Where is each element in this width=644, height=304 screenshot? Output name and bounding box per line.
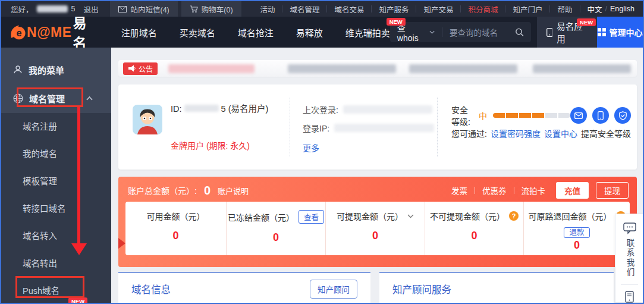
last-login-redacted — [343, 105, 432, 114]
top-link-points-mall[interactable]: 积分商城 — [461, 4, 505, 15]
nav-trade-domain[interactable]: 买卖域名 — [180, 26, 215, 39]
sidebar-item-transfer-out[interactable]: 域名转出 — [1, 250, 111, 277]
contact-us-label: 联系我们 — [624, 239, 636, 278]
sidebar-item-domain-register[interactable]: 域名注册 — [1, 113, 111, 140]
last-login-row: 上次登录: — [303, 104, 432, 115]
sidebar-item-push-domain[interactable]: Push域名 — [1, 277, 111, 304]
security-icons — [570, 107, 631, 124]
top-link-help[interactable]: 帮助 — [550, 4, 579, 15]
ip-advisor-service-card: 知产顾问服务 — [379, 272, 614, 304]
sidebar-domain-mgmt-label: 域名管理 — [29, 92, 65, 105]
nav-vickrey-auction[interactable]: 维克瑞拍卖 NEW — [345, 26, 390, 39]
ename-logo-icon: e — [8, 21, 27, 43]
chevron-down-icon[interactable] — [407, 214, 414, 218]
annotation-arrow-head — [71, 243, 87, 255]
coupon-link[interactable]: 优惠券 — [482, 184, 507, 196]
divider — [621, 284, 637, 285]
invoice-link[interactable]: 发票 — [451, 184, 467, 196]
search-icon[interactable] — [515, 27, 524, 37]
settings-center-link[interactable]: 设置中心 — [544, 127, 577, 139]
nav-release[interactable]: 易释放 — [296, 26, 323, 39]
sidebar-domain-mgmt[interactable]: 域名管理 — [1, 88, 111, 108]
login-ip-row: 登录IP: — [303, 122, 434, 134]
sidebar-item-my-domains[interactable]: 我的域名 — [1, 140, 111, 168]
lang-separator: / — [605, 5, 607, 13]
security-level-row: 安全等级: 中 — [451, 104, 631, 127]
avatar[interactable] — [133, 105, 162, 134]
svg-text:e: e — [16, 27, 21, 38]
lang-en[interactable]: English — [610, 5, 634, 13]
security-level-value: 中 — [479, 109, 487, 121]
ename-app-button[interactable]: 易名应用 NEW — [537, 17, 598, 48]
non-withdrawable-balance-col: 不可提现金额（元） ? 0 — [425, 202, 523, 255]
site-messages[interactable]: 站内短信(4) — [110, 1, 177, 17]
recharge-button[interactable]: 充值 — [556, 182, 589, 199]
help-icon[interactable]: ? — [509, 211, 519, 221]
login-ip-label: 登录IP: — [303, 122, 329, 134]
withdraw-button[interactable]: 提现 — [596, 182, 629, 199]
shield-verified-icon[interactable] — [614, 107, 631, 124]
user-id-label: ID: — [171, 104, 182, 114]
floating-sidebar: 联系我们 移动 — [615, 214, 644, 303]
whois-search-group: 查whois 要查询的域名 — [390, 22, 531, 42]
sidebar-item-transfer-port[interactable]: 转接口域名 — [1, 195, 111, 222]
mobile-app-item[interactable]: 移动 — [624, 291, 636, 304]
security-tip-suffix: 提高安全等级 — [581, 127, 631, 139]
more-row: 更多 — [303, 142, 319, 153]
top-link-ip-portal[interactable]: 知产门户 — [505, 4, 549, 15]
cart-label: 购物车(0) — [202, 4, 233, 15]
sidebar-my-menu[interactable]: 我的菜单 — [1, 59, 111, 80]
available-balance-label: 可用金额（元） — [147, 210, 205, 222]
envelope-icon — [118, 6, 127, 12]
ip-advisor-button[interactable]: 知产顾问 — [310, 280, 357, 299]
available-balance-value: 0 — [125, 230, 226, 242]
top-link-ip-service[interactable]: 知产服务 — [372, 4, 416, 15]
sidebar-my-menu-label: 我的菜单 — [29, 64, 64, 76]
security-label: 安全等级: — [451, 104, 474, 127]
top-link-domain-trade[interactable]: 域名交易 — [327, 4, 371, 15]
member-level: 金牌用户 (期限: 永久) — [171, 139, 250, 151]
cart[interactable]: 购物车(0) — [181, 1, 241, 17]
nav-backorder[interactable]: 域名抢注 — [238, 26, 274, 39]
domain-info-card: 域名信息 知产顾问 — [118, 272, 370, 304]
view-frozen-button[interactable]: 查看 — [299, 210, 324, 224]
top-link-ip-trade[interactable]: 知产交易 — [416, 4, 460, 15]
new-badge: NEW — [577, 18, 596, 26]
account-note-link[interactable]: 账户说明 — [218, 185, 249, 196]
user-id-redacted — [184, 105, 219, 112]
set-password-link[interactable]: 设置密码强度 — [491, 127, 541, 139]
failed-auction-card-link[interactable]: 流拍卡 — [522, 184, 546, 196]
lang-zh[interactable]: 中文 — [588, 4, 602, 15]
balance-header: 账户总金额（元）: 0 账户说明 发票 优惠券 流拍卡 充值 提现 — [118, 177, 637, 199]
sidebar-item-transfer-in[interactable]: 域名转入 — [1, 222, 111, 250]
mobile-app-icon — [546, 27, 553, 37]
manage-center-button[interactable]: 管理中心 — [597, 17, 643, 48]
account-balance-card: 账户总金额（元）: 0 账户说明 发票 优惠券 流拍卡 充值 提现 可用金额（元… — [118, 177, 637, 267]
grid-icon — [598, 28, 606, 36]
megaphone-icon — [128, 65, 136, 72]
announcement-redacted — [288, 64, 396, 73]
domain-search-input[interactable]: 要查询的域名 — [450, 26, 515, 38]
top-link-activity[interactable]: 活动 — [253, 4, 282, 15]
sidebar-new-badge: NEW — [68, 297, 87, 304]
available-balance-col: 可用金额（元） 0 — [125, 202, 226, 255]
ename-logo[interactable]: e N@ME 易名 — [8, 12, 96, 52]
ename-console-page: 您好， 5 退出 站内短信(4) 购物车(0) 活动 域名管理 域名交易 知产服… — [0, 0, 644, 304]
phone-verified-icon[interactable] — [592, 107, 609, 124]
person-icon — [13, 65, 23, 74]
contact-us-item[interactable]: 联系我们 — [623, 222, 636, 278]
nav-register-domain[interactable]: 注册域名 — [121, 26, 157, 39]
top-links: 活动 域名管理 域名交易 知产服务 知产交易 积分商城 知产门户 帮助 中文 /… — [253, 1, 643, 17]
user-info-card: ID: 5 (易名用户) 金牌用户 (期限: 永久) 上次登录: 登录IP: 更… — [118, 84, 637, 170]
total-balance-label: 账户总金额（元）: — [128, 184, 197, 196]
logo-text-en: N@ME — [27, 24, 72, 40]
sidebar-item-template-mgmt[interactable]: 模板管理 — [1, 168, 111, 195]
refund-button[interactable]: 退款 — [564, 227, 589, 238]
email-verified-icon[interactable] — [570, 107, 587, 124]
top-link-domain-mgmt[interactable]: 域名管理 — [282, 4, 326, 15]
balance-header-links: 发票 优惠券 流拍卡 充值 提现 — [451, 182, 629, 199]
announcement-badge[interactable]: 公告 — [123, 62, 158, 75]
site-messages-label: 站内短信(4) — [130, 4, 169, 15]
security-tip-row: 您可通过: 设置密码强度 设置中心 提高安全等级 — [451, 127, 631, 139]
more-link[interactable]: 更多 — [303, 142, 319, 153]
